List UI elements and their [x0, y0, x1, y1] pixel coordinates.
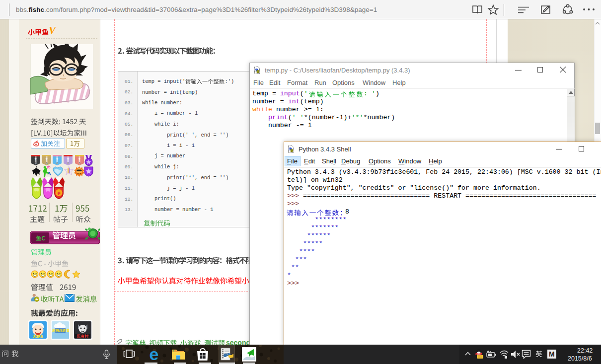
svg-text:x: x — [35, 161, 37, 164]
svg-text:x: x — [46, 161, 48, 164]
svg-text:A: A — [47, 170, 51, 176]
svg-text:e: e — [150, 347, 159, 363]
svg-text:x: x — [67, 161, 69, 164]
svg-text:e: e — [57, 189, 60, 197]
svg-text:x: x — [78, 161, 80, 164]
svg-text:x: x — [56, 161, 58, 164]
svg-text:3366: 3366 — [33, 334, 43, 339]
svg-text:Q: Q — [48, 166, 50, 169]
